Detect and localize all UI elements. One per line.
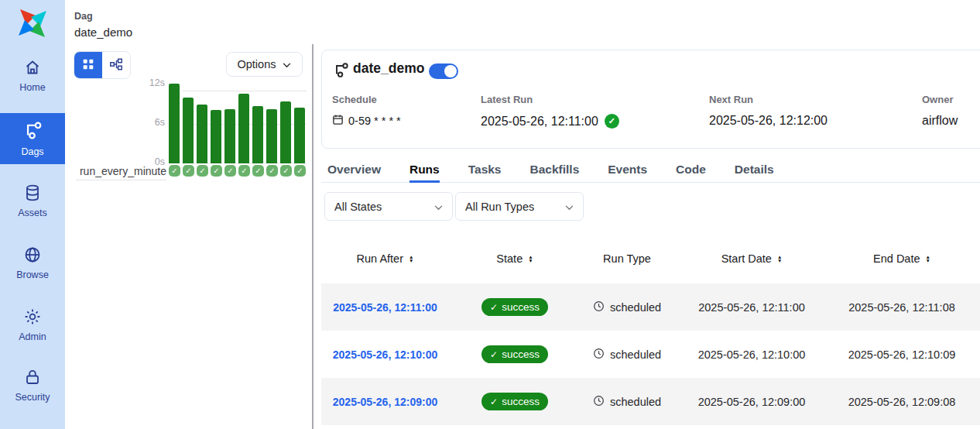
y-axis-tick-12s: 12s <box>137 77 165 88</box>
options-button[interactable]: Options <box>226 52 303 77</box>
duration-bar[interactable] <box>280 101 291 163</box>
stat-label: Next Run <box>709 94 828 105</box>
sidebar-item-home[interactable]: Home <box>0 50 65 101</box>
chevron-down-icon <box>283 58 291 70</box>
sidebar: Home Dags Assets <box>0 0 65 429</box>
duration-bar[interactable] <box>211 110 221 163</box>
end-date-value: 2025-05-26, 12:10:09 <box>848 348 956 361</box>
check-icon: ✓ <box>490 349 498 360</box>
task-name-label[interactable]: run_every_minute <box>65 165 166 177</box>
task-instance-success-badge[interactable]: ✓ <box>280 165 292 177</box>
tab-events[interactable]: Events <box>608 158 647 182</box>
graph-icon <box>109 57 123 74</box>
sidebar-item-label: Home <box>19 82 45 93</box>
run-after-link[interactable]: 2025-05-26, 12:10:00 <box>333 348 437 361</box>
sidebar-item-label: Admin <box>19 331 46 342</box>
tab-details[interactable]: Details <box>735 158 774 182</box>
sidebar-item-label: Dags <box>21 146 43 157</box>
lock-icon <box>23 368 42 386</box>
tab-backfills[interactable]: Backfills <box>530 158 580 182</box>
gear-icon <box>23 307 42 326</box>
task-instance-success-badge[interactable]: ✓ <box>197 165 208 177</box>
chevron-down-icon <box>434 201 443 213</box>
clock-icon <box>593 348 605 362</box>
task-instance-success-badge[interactable]: ✓ <box>294 165 306 177</box>
next-run-value: 2025-05-26, 12:12:00 <box>709 114 828 128</box>
duration-bar[interactable] <box>294 108 305 163</box>
dag-icon <box>332 62 349 82</box>
airflow-logo[interactable] <box>15 6 50 40</box>
duration-bar[interactable] <box>169 84 180 163</box>
state-filter-select[interactable]: All States <box>324 192 453 221</box>
sidebar-item-assets[interactable]: Assets <box>0 175 65 226</box>
start-date-value: 2025-05-26, 12:11:00 <box>698 301 805 314</box>
clock-icon <box>593 395 605 409</box>
duration-bar[interactable] <box>252 106 263 163</box>
home-icon <box>23 58 42 77</box>
sidebar-item-browse[interactable]: Browse <box>0 237 65 288</box>
tab-runs[interactable]: Runs <box>409 158 440 183</box>
y-axis-tick-6s: 6s <box>137 117 165 128</box>
stat-label: Schedule <box>332 94 401 105</box>
duration-bar[interactable] <box>266 109 277 163</box>
duration-bar[interactable] <box>197 105 207 163</box>
column-header-state[interactable]: State ▲▼ <box>449 252 581 265</box>
column-header-start-date[interactable]: Start Date ▲▼ <box>673 252 830 265</box>
options-label: Options <box>238 58 276 70</box>
sidebar-item-label: Browse <box>16 269 49 280</box>
column-header-end-date[interactable]: End Date ▲▼ <box>830 252 974 265</box>
sidebar-item-admin[interactable]: Admin <box>0 299 65 350</box>
table-row: 2025-05-26, 12:10:00 ✓success scheduled … <box>321 331 980 378</box>
task-row-divider <box>76 180 166 180</box>
task-instance-success-badge[interactable]: ✓ <box>224 165 236 177</box>
status-badge[interactable]: ✓success <box>481 393 548 410</box>
run-after-link[interactable]: 2025-05-26, 12:09:00 <box>333 396 437 408</box>
status-badge[interactable]: ✓success <box>481 298 548 316</box>
column-header-run-type: Run Type <box>581 252 673 265</box>
grid-view-button[interactable] <box>74 52 102 78</box>
run-after-link[interactable]: 2025-05-26, 12:11:00 <box>333 301 437 314</box>
latest-run-value[interactable]: 2025-05-26, 12:11:00 <box>481 115 598 129</box>
task-instance-success-badge[interactable]: ✓ <box>169 165 180 177</box>
clock-icon <box>593 300 605 314</box>
airflow-app: Home Dags Assets <box>0 0 980 429</box>
table-row: 2025-05-26, 12:09:00 ✓success scheduled … <box>321 378 980 425</box>
sidebar-item-dags[interactable]: Dags <box>0 113 65 164</box>
tab-tasks[interactable]: Tasks <box>468 158 502 182</box>
tab-overview[interactable]: Overview <box>327 158 381 182</box>
duration-bar[interactable] <box>238 94 249 163</box>
column-header-run-after[interactable]: Run After ▲▼ <box>321 252 449 265</box>
check-icon: ✓ <box>490 302 498 313</box>
database-icon <box>23 184 42 202</box>
stat-schedule: Schedule 0-59 * * * * <box>332 94 401 128</box>
stat-label: Owner <box>922 94 958 105</box>
run-type-value: scheduled <box>610 301 661 314</box>
tab-code[interactable]: Code <box>676 158 706 182</box>
task-instance-success-badge[interactable]: ✓ <box>252 165 264 177</box>
run-type-value: scheduled <box>610 348 661 361</box>
task-instance-success-badge[interactable]: ✓ <box>266 165 278 177</box>
task-instance-success-badge[interactable]: ✓ <box>238 165 250 177</box>
end-date-value: 2025-05-26, 12:09:08 <box>848 396 956 408</box>
task-instance-success-badge[interactable]: ✓ <box>183 165 194 177</box>
duration-bar[interactable] <box>224 109 235 163</box>
sidebar-item-security[interactable]: Security <box>0 359 65 410</box>
graph-view-button[interactable] <box>102 52 130 78</box>
run-type-filter-select[interactable]: All Run Types <box>455 192 584 221</box>
panel-resize-handle[interactable] <box>312 44 314 429</box>
run-type-value: scheduled <box>610 396 661 408</box>
duration-bar[interactable] <box>183 98 194 163</box>
sort-icon: ▲▼ <box>926 255 930 263</box>
task-instance-success-badge[interactable]: ✓ <box>211 165 222 177</box>
stat-label: Latest Run <box>481 94 619 105</box>
dag-summary-card: date_demo Schedule 0-59 * * * * Latest R… <box>321 50 980 149</box>
start-date-value: 2025-05-26, 12:09:00 <box>698 396 806 408</box>
run-type-filter-value: All Run Types <box>465 201 534 213</box>
runs-table-header: Run After ▲▼ State ▲▼ Run Type Start Dat… <box>321 234 980 283</box>
duration-bar-chart <box>169 84 310 163</box>
dag-enabled-toggle[interactable] <box>429 63 458 79</box>
schedule-value: 0-59 * * * * <box>348 115 401 127</box>
stat-next-run: Next Run 2025-05-26, 12:12:00 <box>709 94 828 128</box>
status-badge[interactable]: ✓success <box>481 345 548 363</box>
sort-icon: ▲▼ <box>528 255 533 263</box>
